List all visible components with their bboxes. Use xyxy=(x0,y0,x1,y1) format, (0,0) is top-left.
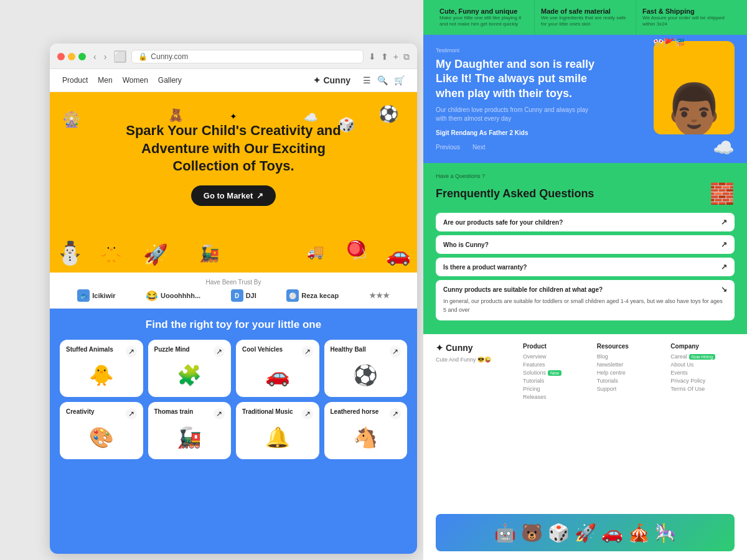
trust-label: Have Been Trust By xyxy=(62,279,405,286)
cta-arrow: ↗ xyxy=(256,191,263,200)
duplicate-icon[interactable]: ⧉ xyxy=(403,52,410,62)
nav-men[interactable]: Men xyxy=(98,76,112,85)
lock-icon: 🔒 xyxy=(138,52,148,61)
creativity-image: 🎨 xyxy=(66,422,137,453)
footer-link-releases[interactable]: Releases xyxy=(523,394,587,400)
toy-card-traditional-music[interactable]: Traditional Music ↗ 🔔 xyxy=(236,402,319,459)
hero-title: Spark Your Child's Creativity and Advent… xyxy=(121,122,345,175)
puzzle-mind-arrow: ↗ xyxy=(214,346,225,357)
traffic-light-yellow[interactable] xyxy=(68,53,75,60)
nav-women[interactable]: Women xyxy=(123,76,148,85)
feature-cute-desc: Make your little one still like playing … xyxy=(439,15,528,28)
footer-logo: ✦ Cunny xyxy=(436,343,510,353)
footer-link-newsletter[interactable]: Newsletter xyxy=(597,362,661,368)
nav-icon-menu[interactable]: ☰ xyxy=(363,75,371,85)
footer-company-title: Company xyxy=(670,343,735,350)
toy-name-stuffed-animals: Stuffed Animals xyxy=(66,346,126,353)
download-icon[interactable]: ⬇ xyxy=(369,52,376,62)
footer-link-help[interactable]: Help centre xyxy=(597,370,661,376)
faq-item-0[interactable]: Are our products safe for your children?… xyxy=(436,213,735,231)
toy-card-creativity[interactable]: Creativity ↗ 🎨 xyxy=(60,402,143,459)
dji-icon: D xyxy=(231,289,243,302)
traffic-light-green[interactable] xyxy=(78,53,86,60)
toy-duck: 🐥 xyxy=(100,241,123,263)
logo-icon: ✦ xyxy=(313,75,321,85)
faq-title: Frenquently Asked Questions xyxy=(436,187,594,200)
toy-name-healthy-ball: Healthy Ball xyxy=(331,346,390,353)
footer-link-overview[interactable]: Overview xyxy=(523,353,587,360)
trust-logo-dji: D DJI xyxy=(231,289,256,302)
thomas-train-arrow: ↗ xyxy=(214,408,225,419)
toy-card-puzzle-mind[interactable]: Puzzle Mind ↗ 🧩 xyxy=(148,340,232,397)
leathered-horse-arrow: ↗ xyxy=(390,408,401,419)
nav-gallery[interactable]: Gallery xyxy=(158,76,182,85)
cool-vehicles-image: 🚗 xyxy=(242,360,313,391)
toy-finder-title: Find the right toy for your little one xyxy=(60,319,407,331)
faq-item-1[interactable]: Who is Cunny? ↗ xyxy=(436,235,735,254)
feature-cute: Cute, Funny and unique Make your little … xyxy=(433,0,534,35)
cart-icon[interactable]: 🛒 xyxy=(394,75,405,85)
footer-link-terms[interactable]: Terms Of Use xyxy=(670,386,735,392)
toy-card-cool-vehicles[interactable]: Cool Vehicles ↗ 🚗 xyxy=(236,340,319,397)
footer-link-solutions[interactable]: SolutionsNew xyxy=(523,370,587,376)
testimonial-prev-button[interactable]: Previous xyxy=(436,144,460,151)
stuffed-animals-arrow: ↗ xyxy=(126,346,137,357)
footer-link-features[interactable]: Features xyxy=(523,362,587,368)
footer-link-events[interactable]: Events xyxy=(670,370,735,376)
toy-name-thomas-train: Thomas train xyxy=(154,408,214,415)
traffic-light-red[interactable] xyxy=(57,53,65,60)
feature-safe-title: Made of safe material xyxy=(541,7,629,15)
toy-card-stuffed-animals[interactable]: Stuffed Animals ↗ 🐥 xyxy=(60,340,143,397)
faq-item-2[interactable]: Is there a product warranty? ↗ xyxy=(436,258,735,276)
footer-link-career[interactable]: CarealNow Hiring xyxy=(670,353,735,360)
footer-product-title: Product xyxy=(523,343,587,350)
footer-link-pricing[interactable]: Pricing xyxy=(523,386,587,392)
faq-question-3: Cunny products are suitable for children… xyxy=(443,285,727,294)
footer-logo-text: Cunny xyxy=(446,343,473,353)
toy-name-cool-vehicles: Cool Vehicles xyxy=(242,346,302,353)
cool-vehicles-arrow: ↗ xyxy=(302,346,313,357)
nav-product[interactable]: Product xyxy=(62,76,88,85)
cloud-decor: ☁️ xyxy=(713,138,735,158)
footer-link-tutorials-r[interactable]: Tutorials xyxy=(597,378,661,384)
search-icon[interactable]: 🔍 xyxy=(377,75,388,85)
feature-shipping-title: Fast & Shipping xyxy=(642,7,731,15)
footer-cols: Product Overview Features SolutionsNew T… xyxy=(523,343,735,514)
testimonial-quote: My Daughter and son is really Like It! T… xyxy=(436,57,598,101)
go-to-market-button[interactable]: Go to Market ↗ xyxy=(191,185,276,206)
footer-link-about[interactable]: About Us xyxy=(670,362,735,368)
address-bar[interactable]: 🔒 Cunny.com xyxy=(131,50,363,63)
back-button[interactable]: ‹ xyxy=(91,50,99,63)
footer-link-tutorials-p[interactable]: Tutorials xyxy=(523,378,587,384)
portrait-person: 👨🏾 xyxy=(663,85,725,134)
footer-link-support[interactable]: Support xyxy=(597,386,661,392)
traditional-music-image: 🔔 xyxy=(242,422,313,453)
trust-logos: 🐟 Icikiwir 😂 Uooohhhh... D DJI ⚪ Reza ke… xyxy=(62,289,405,302)
toy-card-header: Stuffed Animals ↗ xyxy=(66,346,137,357)
testimonial-next-button[interactable]: Next xyxy=(472,144,486,151)
footer-top: ✦ Cunny Cute And Funny 😎😜 Product Overvi… xyxy=(436,343,735,514)
nav-actions: ☰ 🔍 🛒 xyxy=(363,75,405,85)
icikiwir-icon: 🐟 xyxy=(77,289,90,302)
footer-link-blog[interactable]: Blog xyxy=(597,353,661,360)
footer-toy-3: 🎲 xyxy=(548,523,570,543)
share-icon[interactable]: ⬆ xyxy=(381,52,388,62)
faq-item-3[interactable]: Cunny products are suitable for children… xyxy=(436,280,735,320)
toy-card-leathered-horse[interactable]: Leathered horse ↗ 🐴 xyxy=(324,402,408,459)
footer-toy-5: 🚗 xyxy=(601,523,623,543)
faq-question-0: Are our products safe for your children?… xyxy=(443,218,727,226)
sparkle-icon: ✦ xyxy=(230,111,237,121)
toy-card-thomas-train[interactable]: Thomas train ↗ 🚂 xyxy=(148,402,232,459)
new-tab-icon[interactable]: + xyxy=(393,52,398,62)
faq-section: Have a Questions ? Frenquently Asked Que… xyxy=(423,163,747,334)
footer-link-privacy[interactable]: Privacy Policy xyxy=(670,378,735,384)
testimonial-section: Testimoni My Daughter and son is really … xyxy=(423,35,747,163)
site-nav: Product Men Women Gallery ✦ Cunny ☰ 🔍 🛒 xyxy=(50,69,417,92)
footer-tagline: Cute And Funny 😎😜 xyxy=(436,357,510,363)
testimonial-nav: Previous Next xyxy=(436,144,735,151)
toy-snowman: ⛄ xyxy=(56,240,84,266)
toy-card-healthy-ball[interactable]: Healthy Ball ↗ ⚽ xyxy=(324,340,408,397)
career-badge: Now Hiring xyxy=(689,354,715,360)
forward-button[interactable]: › xyxy=(101,50,110,63)
left-panel: ‹ › ⬜ 🔒 Cunny.com ⬇ ⬆ + ⧉ Product Men xyxy=(0,0,423,560)
